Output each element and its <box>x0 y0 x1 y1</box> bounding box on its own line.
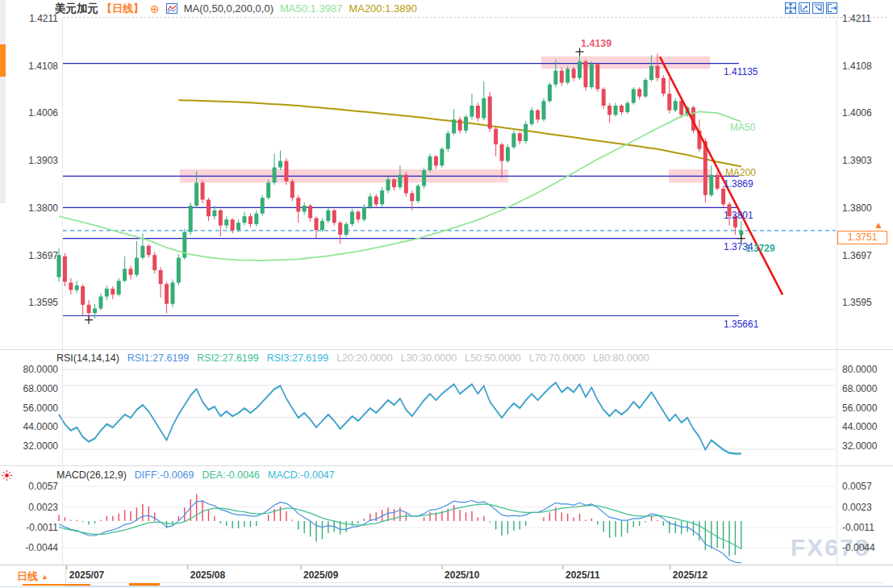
candle-body <box>464 117 468 131</box>
add-indicator-icon[interactable]: ⊕ <box>150 3 160 15</box>
rsi-axis-tick-right: 56.0000 <box>842 402 877 414</box>
teal-extra-label: 1.3729 <box>745 243 775 254</box>
candle-body <box>75 286 79 290</box>
time-axis-label: 2025/09 <box>303 569 338 581</box>
bottom-scroll-track[interactable] <box>67 582 883 583</box>
candle-body <box>667 94 671 111</box>
candle-body <box>165 284 169 304</box>
candle-body <box>212 211 216 216</box>
candle-body <box>290 181 294 198</box>
candle-body <box>243 216 247 223</box>
level-line-label: 1.3801 <box>724 210 753 221</box>
chart-header: 美元加元 【日线】 ⊕ MA(0,50,0,200,0,0) MA50:1.39… <box>55 2 417 15</box>
candle-body <box>536 111 540 119</box>
candle-body <box>344 224 348 235</box>
macd-legend: DIFF:-0.0069DEA:-0.0046MACD:-0.0047 <box>135 469 335 481</box>
candle-body <box>446 133 450 148</box>
high-price-label: 1.4139 <box>581 38 611 49</box>
price-axis-tick-right: 1.3697 <box>842 250 872 261</box>
candle-body <box>273 168 277 183</box>
price-axis-tick-right: 1.3800 <box>842 202 872 214</box>
candle-body <box>656 66 660 78</box>
macd-axis-tick-right: 0.0057 <box>842 481 872 492</box>
rsi3-line <box>59 383 741 454</box>
candle-body <box>392 179 396 187</box>
candle-body <box>530 111 534 124</box>
candle-body <box>511 133 515 147</box>
candle-body <box>644 80 648 97</box>
symbol-name: 美元加元 <box>55 2 98 16</box>
price-axis-tick-left: 1.4211 <box>6 13 58 24</box>
candle-body <box>111 289 115 294</box>
candle-body <box>632 89 636 102</box>
axis-scale-right-icon[interactable] <box>812 2 824 14</box>
tab-daily-label: 日线 <box>17 569 38 584</box>
legend-item: RSI2:27.6199 <box>197 352 258 364</box>
move-crosshair-icon[interactable] <box>785 2 796 14</box>
candle-body <box>578 61 582 78</box>
candle-body <box>518 133 522 141</box>
macd-axis-tick-left: 0.0057 <box>6 481 58 492</box>
macd-axis-tick-left: 0.0023 <box>6 502 58 513</box>
candle-body <box>350 211 354 223</box>
chart-type-icon[interactable] <box>166 3 177 14</box>
candle-body <box>674 101 678 110</box>
candle-body <box>159 270 163 284</box>
candle-body <box>494 129 498 144</box>
candle-body <box>649 66 653 80</box>
legend-item: DIFF:-0.0069 <box>135 469 194 481</box>
candle-body <box>98 297 102 309</box>
candle-body <box>716 175 720 189</box>
pan-to-latest-icon[interactable] <box>826 2 837 14</box>
price-alert-icon[interactable] <box>1 469 13 482</box>
legend-item: DEA:-0.0046 <box>202 469 260 481</box>
price-axis-tick-right: 1.3595 <box>842 297 872 308</box>
rsi-axis-tick-left: 80.0000 <box>6 364 58 375</box>
candle-body <box>590 65 594 88</box>
candle-body <box>236 223 240 230</box>
ma50-value-label: MA50:1.3987 <box>280 2 342 15</box>
candle-body <box>296 198 300 211</box>
candle-body <box>248 216 252 224</box>
candle-body <box>129 269 133 274</box>
rsi-axis-tick-left: 56.0000 <box>6 402 58 414</box>
candle-body <box>207 200 211 217</box>
time-axis-label: 2025/11 <box>565 569 600 581</box>
candle-body <box>595 65 599 90</box>
bottom-scroll-thumb[interactable] <box>129 583 160 586</box>
candle-body <box>500 144 504 161</box>
candle-body <box>93 308 97 313</box>
candle-body <box>476 106 480 118</box>
time-axis-label: 2025/08 <box>190 569 225 581</box>
main-chart-canvas[interactable] <box>0 0 893 588</box>
candle-body <box>620 106 624 112</box>
price-axis-tick-left: 1.3903 <box>6 155 58 166</box>
candle-body <box>231 219 235 230</box>
price-axis-tick-right: 1.4108 <box>842 60 872 72</box>
legend-item: MACD:-0.0047 <box>268 469 335 481</box>
candle-body <box>506 147 510 161</box>
rsi-axis-tick-right: 68.0000 <box>842 383 877 394</box>
divider-rsi-macd <box>0 465 893 466</box>
rsi-legend: RSI1:27.6199RSI2:27.6199RSI3:27.6199L20:… <box>127 352 649 364</box>
axis-scale-left-icon[interactable] <box>799 2 810 14</box>
candle-body <box>140 246 144 258</box>
price-axis-tick-right: 1.4006 <box>842 107 872 119</box>
candle-body <box>368 197 372 207</box>
candle-body <box>398 175 402 187</box>
candle-body <box>410 194 414 202</box>
candle-body <box>261 198 265 213</box>
price-axis-tick-right: 1.3903 <box>842 155 872 166</box>
ma200-value-label: MA200:1.3890 <box>348 2 417 15</box>
candle-body <box>219 211 223 226</box>
candle-body <box>362 207 366 219</box>
plot-top-dashed-border <box>63 17 887 18</box>
legend-item: L70:70.0000 <box>529 352 586 364</box>
period-badge[interactable]: 【日线】 <box>102 2 144 16</box>
candle-body <box>81 286 85 305</box>
rsi-title: RSI(14,14,14) <box>56 352 119 364</box>
macd-axis-tick-left: -0.0044 <box>6 542 58 553</box>
candle-body <box>458 119 462 131</box>
candle-body <box>87 305 91 313</box>
ma-settings-label: MA(0,50,0,200,0,0) <box>184 2 273 15</box>
